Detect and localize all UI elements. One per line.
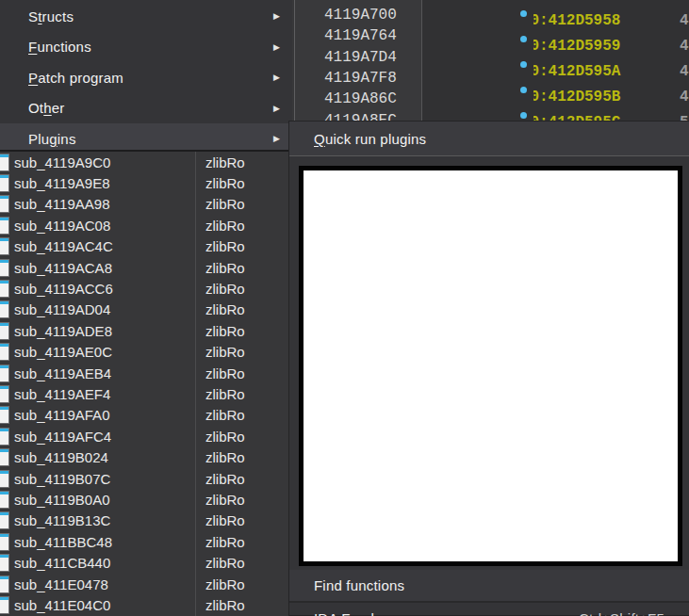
function-row[interactable]: sub_4119B07C zlibRo xyxy=(0,468,292,489)
function-module: zlibRo xyxy=(205,175,245,191)
function-icon xyxy=(0,365,8,381)
address-row[interactable]: 4119A700 xyxy=(295,5,421,25)
function-module: zlibRo xyxy=(205,323,245,339)
menu-item-patch-program[interactable]: Patch program ▶ xyxy=(0,62,292,93)
function-icon xyxy=(0,576,8,592)
hex-address-value: :412D5959 xyxy=(539,38,620,55)
function-row[interactable]: sub_4119AC4C zlibRo xyxy=(0,236,292,257)
function-name: sub_4119B024 xyxy=(14,449,108,465)
function-row[interactable]: sub_4119ADE8 zlibRo xyxy=(0,320,292,341)
function-row[interactable]: sub_4119B13C zlibRo xyxy=(0,511,292,531)
function-row[interactable]: sub_411E0478 zlibRo xyxy=(0,574,292,594)
menu-item-structs[interactable]: Structs ▶ xyxy=(0,1,292,32)
submenu-item-label: IDA Feeds xyxy=(314,610,382,616)
address-row[interactable]: 4119A7F8 xyxy=(295,68,421,89)
address-row[interactable]: 4119A7D4 xyxy=(295,47,421,68)
edit-menu-popup: Structs ▶ Functions ▶ Patch program ▶ Ot… xyxy=(0,0,292,152)
function-module: zlibRo xyxy=(205,471,245,487)
breakpoint-dot-icon[interactable] xyxy=(520,10,527,17)
address-row[interactable]: 4119A86C xyxy=(295,89,421,109)
function-row[interactable]: sub_4119AC08 zlibRo xyxy=(0,215,292,235)
ida-pro-screen: { "menu": { "items": [ { "pre": "S", "ke… xyxy=(0,0,689,616)
function-row[interactable]: sub_4119ACC6 zlibRo xyxy=(0,278,292,299)
function-module: zlibRo xyxy=(205,238,245,254)
function-row[interactable]: sub_4119A9E8 zlibRo xyxy=(0,172,292,193)
function-name: sub_4119A9C0 xyxy=(14,154,110,170)
menu-item-label: Other xyxy=(28,100,65,116)
function-name: sub_4119AC4C xyxy=(14,238,113,254)
function-row[interactable]: sub_4119AD04 zlibRo xyxy=(0,300,292,320)
function-module: zlibRo xyxy=(205,512,245,528)
address-column-window: 4119A700 4119A764 4119A7D4 4119A7F8 4119… xyxy=(294,0,421,132)
hex-row[interactable]: 0:412D595B 4 xyxy=(422,84,689,109)
breakpoint-dot-icon[interactable] xyxy=(520,61,527,68)
function-name: sub_411E04C0 xyxy=(14,597,110,613)
function-module: zlibRo xyxy=(205,196,245,212)
function-row[interactable]: sub_4119AFA0 zlibRo xyxy=(0,405,292,426)
function-module: zlibRo xyxy=(205,365,245,381)
function-icon xyxy=(0,429,8,445)
submenu-arrow-icon: ▶ xyxy=(273,134,280,143)
hex-address-value: :412D5957 xyxy=(539,0,620,4)
hex-byte-value: 4 xyxy=(680,12,689,29)
function-icon xyxy=(0,175,8,191)
address-value: 4119A700 xyxy=(324,7,397,24)
submenu-item-quick-run-plugins[interactable]: Quick run plugins xyxy=(289,122,689,155)
function-name: sub_4119A9E8 xyxy=(14,175,109,191)
function-icon xyxy=(0,555,8,571)
function-name: sub_4119AC08 xyxy=(14,218,110,234)
hex-address: 0:412D5958 xyxy=(533,12,620,29)
function-module: zlibRo xyxy=(205,301,245,317)
function-icon xyxy=(0,344,8,360)
submenu-item-label: Find functions xyxy=(314,577,404,593)
function-module: zlibRo xyxy=(205,218,245,234)
submenu-separator xyxy=(289,155,689,156)
address-row[interactable]: 4119A764 xyxy=(295,25,421,46)
menu-item-other[interactable]: Other ▶ xyxy=(0,93,292,124)
function-row[interactable]: sub_411BBC48 zlibRo xyxy=(0,531,292,552)
function-module: zlibRo xyxy=(205,281,245,297)
function-row[interactable]: sub_4119B024 zlibRo xyxy=(0,446,292,467)
function-module: zlibRo xyxy=(205,492,245,508)
submenu-item-ida-feeds[interactable]: IDA Feeds Ctrl+Shift+F5 xyxy=(289,603,689,616)
function-row[interactable]: sub_4119A9C0 zlibRo xyxy=(0,152,292,172)
submenu-item-find-functions[interactable]: Find functions xyxy=(289,570,689,601)
hex-address: 0:412D5957 xyxy=(533,0,620,4)
menu-item-functions[interactable]: Functions ▶ xyxy=(0,32,292,63)
submenu-item-label: Quick run plugins xyxy=(314,131,426,147)
breakpoint-dot-icon[interactable] xyxy=(520,36,527,42)
breakpoint-dot-icon[interactable] xyxy=(520,112,527,119)
function-icon xyxy=(0,154,8,170)
function-row[interactable]: sub_4119AEB4 zlibRo xyxy=(0,363,292,383)
blank-submenu-panel xyxy=(299,166,682,566)
function-icon xyxy=(0,281,8,297)
function-row[interactable]: sub_4119AE0C zlibRo xyxy=(0,342,292,363)
function-name: sub_4119B07C xyxy=(14,471,110,487)
function-name: sub_411BBC48 xyxy=(14,534,112,550)
menu-item-plugins[interactable]: Plugins ▶ xyxy=(0,123,292,152)
hex-row[interactable]: 0:412D5958 4 xyxy=(422,8,689,33)
submenu-arrow-icon: ▶ xyxy=(273,104,280,113)
function-module: zlibRo xyxy=(205,597,245,613)
function-row[interactable]: sub_4119ACA8 zlibRo xyxy=(0,257,292,278)
function-name: sub_4119ADE8 xyxy=(14,323,112,339)
function-icon xyxy=(0,534,8,550)
hex-row[interactable]: 0:412D595A 4 xyxy=(422,58,689,84)
function-row[interactable]: sub_411E04C0 zlibRo xyxy=(0,594,292,615)
function-row[interactable]: sub_4119AFC4 zlibRo xyxy=(0,426,292,446)
function-icon xyxy=(0,238,8,254)
hex-view-window: 0:412D5957 0:412D5958 4 0:412D5959 4 0:4… xyxy=(421,0,689,134)
function-module: zlibRo xyxy=(205,386,245,402)
hex-row[interactable]: 0:412D5957 xyxy=(422,0,689,8)
function-row[interactable]: sub_4119AA98 zlibRo xyxy=(0,194,292,215)
function-row[interactable]: sub_4119AEF4 zlibRo xyxy=(0,383,292,404)
hex-address: 0:412D5959 xyxy=(533,38,620,55)
hex-row[interactable]: 0:412D5959 4 xyxy=(422,33,689,58)
function-row[interactable]: sub_4119B0A0 zlibRo xyxy=(0,489,292,510)
breakpoint-dot-icon[interactable] xyxy=(520,87,527,93)
hex-address-value: :412D595A xyxy=(539,63,620,80)
function-icon xyxy=(0,407,8,423)
function-row[interactable]: sub_411CB440 zlibRo xyxy=(0,552,292,573)
shortcut-label: Ctrl+Shift+F5 xyxy=(579,610,664,616)
hex-byte-value: 4 xyxy=(680,38,689,55)
